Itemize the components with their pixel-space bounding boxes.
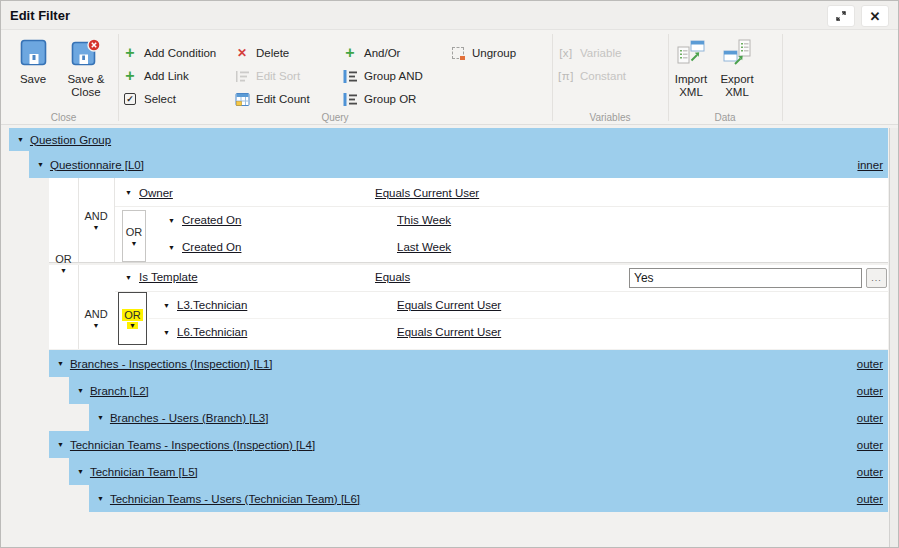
group2-operator-dropdown[interactable]: AND ▼ [78, 292, 114, 344]
scrollbar-gutter[interactable] [889, 128, 899, 548]
group-label-data: Data [668, 112, 782, 123]
condition-field-link[interactable]: Created On [182, 241, 241, 253]
join-type-link[interactable]: outer [857, 358, 883, 370]
export-xml-label-line1: Export [720, 73, 753, 86]
ribbon-separator [118, 34, 119, 121]
expander-icon[interactable]: ▼ [57, 360, 64, 367]
add-condition-button[interactable]: + Add Condition [122, 44, 216, 62]
group2-sub-operator-dropdown-selected[interactable]: OR ▼ [118, 292, 147, 345]
field-expander-icon[interactable]: ▼ [163, 302, 170, 309]
tree-row-link-l2[interactable]: ▼ Branch [L2] outer [69, 377, 888, 404]
row-divider [149, 318, 888, 319]
link-entity-link[interactable]: Technician Teams - Users (Technician Tea… [110, 493, 360, 505]
tree-row-questionnaire[interactable]: ▼ Questionnaire [L0] inner [29, 151, 888, 178]
save-and-close-button[interactable]: Save & Close [59, 39, 113, 99]
link-entity-link[interactable]: Technician Team [L5] [90, 466, 198, 478]
export-xml-button[interactable]: Export XML [713, 39, 761, 99]
close-button[interactable]: ✕ [861, 5, 889, 27]
save-button[interactable]: Save [9, 39, 57, 86]
group1-operator-dropdown[interactable]: AND ▼ [78, 178, 114, 262]
group-label-variables: Variables [552, 112, 668, 123]
question-group-link[interactable]: Question Group [30, 134, 111, 146]
add-link-button[interactable]: + Add Link [122, 67, 189, 85]
expander-icon[interactable]: ▼ [77, 387, 84, 394]
edit-count-button[interactable]: Edit Count [234, 90, 310, 108]
delete-icon: ✕ [234, 45, 250, 61]
tree-row-link-l5[interactable]: ▼ Technician Team [L5] outer [69, 458, 888, 485]
expander-icon[interactable]: ▼ [17, 136, 24, 143]
select-button[interactable]: ✓ Select [122, 90, 176, 108]
expander-icon[interactable]: ▼ [37, 161, 44, 168]
tree-row-link-l4[interactable]: ▼ Technician Teams - Inspections (Inspec… [49, 431, 888, 458]
and-or-button[interactable]: + And/Or [342, 44, 400, 62]
field-expander-icon[interactable]: ▼ [168, 217, 175, 224]
row-divider [115, 291, 888, 292]
panel-divider [114, 178, 115, 262]
condition-field-link[interactable]: L6.Technician [177, 326, 247, 338]
condition-panel: OR ▼ AND ▼ ▼ Owner Equals Current User O… [49, 178, 888, 349]
dialog-title: Edit Filter [10, 8, 70, 23]
count-table-icon [234, 91, 250, 107]
plus-icon: + [122, 68, 138, 84]
join-type-link[interactable]: outer [857, 439, 883, 451]
delete-button[interactable]: ✕ Delete [234, 44, 289, 62]
checkbox-icon: ✓ [122, 91, 138, 107]
condition-value-link[interactable]: Equals Current User [397, 299, 501, 311]
join-type-link[interactable]: outer [857, 412, 883, 424]
condition-field-link[interactable]: Is Template [139, 271, 198, 283]
expander-icon[interactable]: ▼ [97, 495, 104, 502]
expander-icon[interactable]: ▼ [77, 468, 84, 475]
import-xml-button[interactable]: Import XML [667, 39, 715, 99]
template-value-input[interactable] [629, 268, 862, 288]
join-type-link[interactable]: outer [857, 385, 883, 397]
variable-icon: [x] [558, 45, 574, 61]
root-operator-dropdown[interactable]: OR ▼ [49, 178, 78, 349]
link-entity-link[interactable]: Branches - Inspections (Inspection) [L1] [70, 358, 273, 370]
group-or-button[interactable]: Group OR [342, 90, 416, 108]
expander-icon[interactable]: ▼ [57, 441, 64, 448]
group-and-button[interactable]: Group AND [342, 67, 423, 85]
tree-row-link-l1[interactable]: ▼ Branches - Inspections (Inspection) [L… [49, 350, 888, 377]
join-type-link[interactable]: outer [857, 493, 883, 505]
join-type-link[interactable]: inner [857, 159, 883, 171]
condition-field-link[interactable]: Owner [139, 187, 173, 199]
field-expander-icon[interactable]: ▼ [168, 244, 175, 251]
expander-icon[interactable]: ▼ [97, 414, 104, 421]
chevron-down-icon: ▼ [93, 322, 100, 329]
questionnaire-link[interactable]: Questionnaire [L0] [50, 159, 144, 171]
link-entity-link[interactable]: Branch [L2] [90, 385, 149, 397]
group1-sub-operator-dropdown[interactable]: OR ▼ [122, 210, 146, 262]
constant-icon: [π] [558, 68, 574, 84]
condition-value-link[interactable]: This Week [397, 214, 451, 226]
field-expander-icon[interactable]: ▼ [125, 189, 132, 196]
export-xml-icon [723, 39, 751, 70]
maximize-button[interactable] [827, 5, 855, 27]
import-xml-icon [677, 39, 705, 70]
field-expander-icon[interactable]: ▼ [125, 274, 132, 281]
link-entity-link[interactable]: Technician Teams - Inspections (Inspecti… [70, 439, 315, 451]
save-and-close-label-line2: Close [71, 86, 100, 99]
tree-row-link-l3[interactable]: ▼ Branches - Users (Branch) [L3] outer [89, 404, 888, 431]
condition-operator-link[interactable]: Equals [375, 271, 410, 283]
import-xml-label-line1: Import [675, 73, 708, 86]
field-expander-icon[interactable]: ▼ [163, 329, 170, 336]
ribbon-separator [782, 34, 783, 121]
condition-value-link[interactable]: Equals Current User [397, 326, 501, 338]
save-icon [20, 39, 47, 70]
ellipsis-icon: ... [871, 273, 882, 283]
condition-value-link[interactable]: Equals Current User [375, 187, 479, 199]
ungroup-button[interactable]: Ungroup [450, 44, 516, 62]
tree-row-link-l6[interactable]: ▼ Technician Teams - Users (Technician T… [89, 485, 888, 512]
save-and-close-label-line1: Save & [67, 73, 104, 86]
chevron-down-icon: ▼ [93, 224, 100, 231]
join-type-link[interactable]: outer [857, 466, 883, 478]
condition-field-link[interactable]: L3.Technician [177, 299, 247, 311]
condition-value-link[interactable]: Last Week [397, 241, 451, 253]
chevron-down-icon: ▼ [127, 322, 138, 329]
template-value-browse-button[interactable]: ... [866, 268, 887, 288]
condition-field-link[interactable]: Created On [182, 214, 241, 226]
group-label-close: Close [9, 112, 118, 123]
link-entity-link[interactable]: Branches - Users (Branch) [L3] [110, 412, 269, 424]
ungroup-icon [450, 45, 466, 61]
tree-row-question-group[interactable]: ▼ Question Group [9, 128, 888, 151]
